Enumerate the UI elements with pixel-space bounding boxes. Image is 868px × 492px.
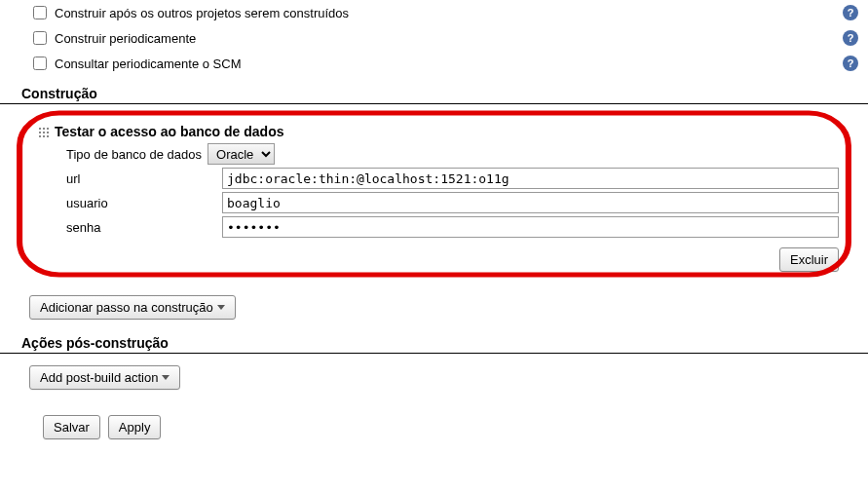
db-user-input[interactable] bbox=[222, 192, 839, 213]
trigger-build-after-checkbox[interactable] bbox=[33, 6, 47, 19]
db-password-label: senha bbox=[37, 220, 222, 235]
delete-step-button[interactable]: Excluir bbox=[779, 247, 839, 272]
help-icon[interactable]: ? bbox=[843, 30, 858, 46]
trigger-build-after-label: Construir após os outros projetos serem … bbox=[55, 6, 843, 20]
help-icon[interactable]: ? bbox=[843, 56, 858, 71]
trigger-build-periodic-label: Construir periodicamente bbox=[55, 31, 843, 46]
db-type-label: Tipo de banco de dados bbox=[37, 147, 202, 162]
chevron-down-icon bbox=[162, 375, 170, 380]
add-build-step-button[interactable]: Adicionar passo na construção bbox=[29, 295, 236, 320]
trigger-poll-scm-label: Consultar periodicamente o SCM bbox=[55, 57, 843, 71]
section-build-header: Construção bbox=[0, 82, 868, 104]
drag-handle-icon[interactable] bbox=[37, 126, 49, 137]
db-step-title: Testar o acesso ao banco de dados bbox=[55, 124, 283, 139]
apply-button[interactable]: Apply bbox=[108, 415, 162, 439]
section-post-build-header: Ações pós-construção bbox=[0, 331, 868, 354]
db-user-label: usuario bbox=[37, 196, 222, 210]
save-button[interactable]: Salvar bbox=[43, 415, 100, 439]
trigger-build-periodic-checkbox[interactable] bbox=[33, 31, 47, 45]
db-type-select[interactable]: Oracle bbox=[208, 143, 275, 165]
db-test-step-container: Testar o acesso ao banco de dados Tipo d… bbox=[18, 110, 858, 282]
trigger-poll-scm-checkbox[interactable] bbox=[33, 57, 47, 70]
db-url-label: url bbox=[37, 171, 222, 186]
db-url-input[interactable] bbox=[222, 168, 839, 189]
help-icon[interactable]: ? bbox=[843, 5, 858, 20]
chevron-down-icon bbox=[217, 305, 225, 310]
add-post-build-action-button[interactable]: Add post-build action bbox=[29, 365, 180, 390]
db-password-input[interactable] bbox=[222, 216, 839, 238]
